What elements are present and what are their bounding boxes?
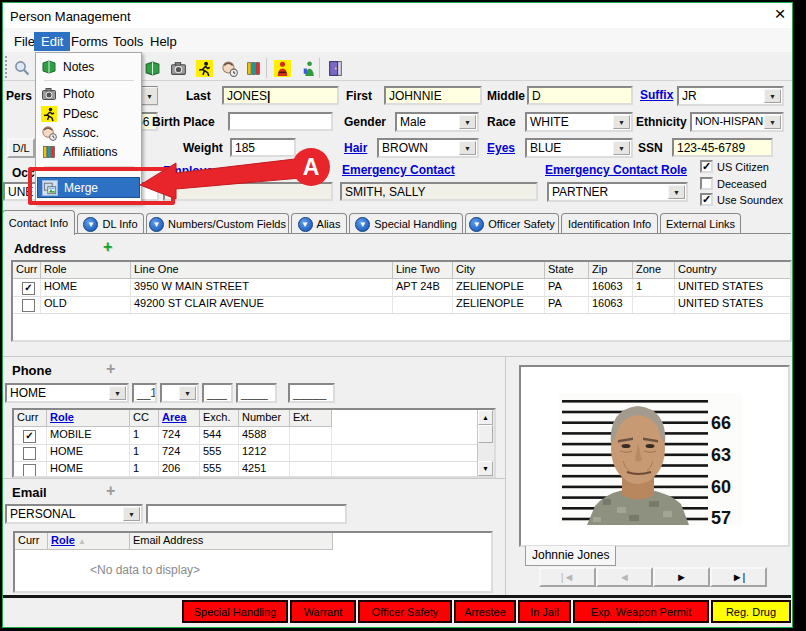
email-type-combo[interactable]: PERSONAL▼ [5,504,143,524]
tab-alias[interactable]: ▼Alias [291,213,347,234]
phone-row[interactable]: HOME 1 206 555 4251 [14,461,478,478]
phone-number-input[interactable]: _____ [288,383,335,403]
person-type-dropdown-icon[interactable]: ▼ [141,87,158,105]
notes-toolbar-icon[interactable] [141,57,163,79]
phone-row[interactable]: HOME 1 724 555 1212 [14,444,478,462]
curr-checkbox[interactable] [23,447,36,460]
address-header-country[interactable]: Country [675,262,790,279]
eyes-combo[interactable]: BLUE▼ [525,138,633,158]
emergency-contact-role-link[interactable]: Emergency Contact Role [545,163,687,177]
emergency-contact-field[interactable]: SMITH, SALLY [340,182,538,201]
scroll-thumb[interactable] [478,425,493,443]
status-arrestee[interactable]: Arrestee [454,600,516,623]
deceased-checkbox[interactable] [700,177,713,190]
dl-button[interactable]: D/L [7,138,35,158]
status-officer-safety[interactable]: Officer Safety [358,600,452,623]
phone-type-combo[interactable]: HOME▼ [5,383,129,403]
tab-numbers-custom-fields[interactable]: ▼Numbers/Custom Fields [146,213,289,234]
menu-forms[interactable]: Forms [66,32,113,51]
hair-dropdown-icon[interactable]: ▼ [459,141,476,155]
email-header-address[interactable]: Email Address [130,533,333,550]
gender-dropdown-icon[interactable]: ▼ [459,115,476,129]
phone-cc-input[interactable]: __1 [132,383,157,403]
phone-type-dropdown-icon[interactable]: ▼ [109,386,126,400]
use-soundex-checkbox[interactable]: ✓ [700,193,713,206]
scroll-up-icon[interactable]: ▲ [478,410,493,425]
race-dropdown-icon[interactable]: ▼ [613,115,630,129]
phone-exch-input[interactable]: ____ [236,383,277,403]
phone-header-ext[interactable]: Ext. [290,410,332,427]
person-toolbar-icon[interactable] [297,57,319,79]
status-special-handling[interactable]: Special Handling [182,600,288,623]
pdesc-toolbar-icon[interactable] [193,57,215,79]
nav-prev-button[interactable]: ◄ [596,567,653,587]
add-email-icon[interactable]: + [106,484,115,498]
phone-small-dropdown-icon[interactable]: ▼ [179,386,196,400]
tab-officer-safety[interactable]: ▼Officer Safety [465,213,559,234]
menu-item-assoc[interactable]: Assoc. [37,123,140,142]
suffix-dropdown-icon[interactable]: ▼ [764,89,781,103]
nav-last-button[interactable]: ►| [710,567,767,587]
assoc-toolbar-icon[interactable] [218,57,240,79]
eyes-dropdown-icon[interactable]: ▼ [613,141,630,155]
address-row[interactable]: OLD 49200 ST CLAIR AVENUE ZELIENOPLE PA … [13,296,790,314]
address-header-state[interactable]: State [545,262,589,279]
photo-toolbar-icon[interactable] [167,57,189,79]
search-icon[interactable] [11,57,33,79]
eyes-link[interactable]: Eyes [487,141,515,155]
curr-checkbox[interactable] [23,464,36,477]
address-row[interactable]: ✓ HOME 3950 W MAIN STREET APT 24B ZELIEN… [13,279,790,297]
phone-header-role[interactable]: Role [47,410,130,427]
phone-header-area[interactable]: Area [159,410,200,427]
nav-next-button[interactable]: ► [653,567,710,587]
add-phone-icon[interactable]: + [106,362,115,376]
arrest-toolbar-icon[interactable] [271,57,293,79]
address-header-curr[interactable]: Curr [13,262,41,279]
address-header-zip[interactable]: Zip [589,262,633,279]
middle-name-field[interactable]: D [527,86,633,105]
add-address-icon[interactable]: + [103,240,112,254]
first-name-field[interactable]: JOHNNIE [384,86,482,105]
curr-checkbox[interactable]: ✓ [22,282,35,295]
status-reg-drug[interactable]: Reg. Drug [711,600,791,623]
suffix-link[interactable]: Suffix [640,88,673,102]
last-name-field[interactable]: JONES| [222,86,339,105]
exit-door-icon[interactable] [324,57,346,79]
emergency-contact-link[interactable]: Emergency Contact [342,163,455,177]
ssn-field[interactable]: 123-45-6789 [672,138,773,157]
address-header-role[interactable]: Role [41,262,131,279]
phone-header-number[interactable]: Number [239,410,290,427]
menu-tools[interactable]: Tools [108,32,148,51]
scroll-down-icon[interactable]: ▼ [478,461,493,476]
email-header-curr[interactable]: Curr [15,533,48,550]
email-header-role[interactable]: Role ▲ [48,533,130,550]
phone-scrollbar[interactable]: ▲ ▼ [477,410,494,476]
status-exp-weapon-permit[interactable]: Exp. Weapon Permit [573,600,709,623]
tab-dl-info[interactable]: ▼DL Info [77,213,144,234]
phone-small-combo[interactable]: ▼ [160,383,199,403]
email-type-dropdown-icon[interactable]: ▼ [123,507,140,521]
gender-combo[interactable]: Male▼ [395,112,479,132]
nav-first-button[interactable]: |◄ [539,567,596,587]
phone-header-cc[interactable]: CC [130,410,159,427]
phone-area-input[interactable]: ___ [202,383,233,403]
menu-item-notes[interactable]: Notes [37,57,140,76]
us-citizen-checkbox[interactable]: ✓ [700,160,713,173]
email-address-input[interactable] [146,504,347,524]
status-warrant[interactable]: Warrant [290,600,356,623]
affiliations-toolbar-icon[interactable] [242,57,264,79]
race-combo[interactable]: WHITE▼ [525,112,633,132]
ethnicity-combo[interactable]: NON-HISPANIC▼ [690,112,784,132]
address-header-line-two[interactable]: Line Two [393,262,453,279]
hair-combo[interactable]: BROWN▼ [377,138,479,158]
suffix-combo[interactable]: JR▼ [677,86,784,106]
tab-identification-info[interactable]: Identification Info [561,213,658,234]
menu-item-photo[interactable]: Photo [37,84,140,103]
tab-special-handling[interactable]: ▼Special Handling [349,213,463,234]
menu-help[interactable]: Help [145,32,182,51]
address-header-line-one[interactable]: Line One [131,262,393,279]
phone-row[interactable]: ✓ MOBILE 1 724 544 4588 [14,427,478,445]
status-in-jail[interactable]: In Jail [518,600,571,623]
ethnicity-dropdown-icon[interactable]: ▼ [764,115,781,129]
phone-header-curr[interactable]: Curr [14,410,47,427]
